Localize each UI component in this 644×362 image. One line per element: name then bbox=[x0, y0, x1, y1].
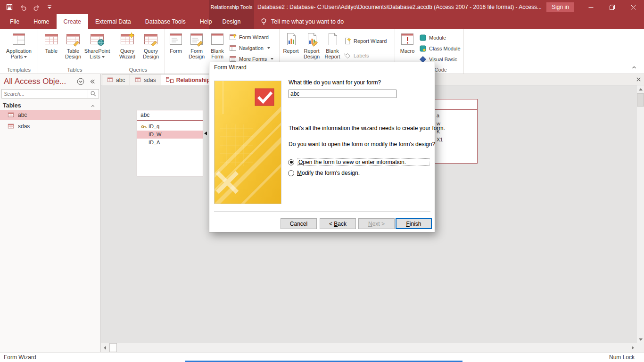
radio-modify-design[interactable]: Modify the form's design. bbox=[288, 169, 360, 177]
vertical-scrollbar[interactable] bbox=[637, 85, 644, 343]
report-button[interactable]: Report bbox=[281, 30, 301, 54]
arrow-down-icon bbox=[639, 338, 643, 341]
save-button[interactable] bbox=[6, 3, 13, 11]
wizard-illustration bbox=[214, 81, 281, 204]
tab-database-tools[interactable]: Database Tools bbox=[138, 14, 193, 29]
blank-report-button[interactable]: Blank Report bbox=[322, 30, 343, 59]
query-design-button[interactable]: Query Design bbox=[140, 30, 162, 59]
nav-menu-button[interactable] bbox=[77, 78, 84, 85]
qat-customize-button[interactable] bbox=[47, 4, 52, 10]
navigation-button[interactable]: Navigation bbox=[229, 43, 270, 53]
dialog-title: Form Wizard bbox=[214, 64, 247, 71]
search-go-button[interactable] bbox=[88, 90, 99, 98]
wizard-info-text: That's all the information the wizard ne… bbox=[289, 125, 447, 132]
arrow-left-icon bbox=[104, 346, 106, 350]
macro-button[interactable]: Macro bbox=[397, 30, 418, 54]
window-title: Database2 : Database- C:\Users\Adityo\Do… bbox=[257, 0, 542, 14]
nav-search-box bbox=[1, 89, 99, 99]
tab-create[interactable]: Create bbox=[57, 14, 89, 29]
query-wizard-button[interactable]: Query Wizard bbox=[116, 30, 139, 59]
form-title-input[interactable] bbox=[289, 90, 396, 98]
field-id-w[interactable]: ID_W bbox=[137, 131, 203, 139]
collapse-ribbon-button[interactable] bbox=[631, 64, 637, 71]
horizontal-scroll-thumb[interactable] bbox=[109, 343, 117, 352]
scroll-down-button[interactable] bbox=[637, 336, 644, 343]
group-label-templates: Templates bbox=[0, 67, 38, 73]
field-id-a[interactable]: ID_A bbox=[137, 139, 203, 147]
scroll-left-button[interactable] bbox=[101, 343, 109, 352]
class-module-icon bbox=[419, 45, 427, 52]
access-window: Relationship Tools Database2 : Database-… bbox=[0, 0, 644, 362]
vertical-scroll-thumb[interactable] bbox=[637, 93, 644, 107]
arrow-up-icon bbox=[639, 88, 643, 90]
navigation-icon bbox=[229, 44, 237, 52]
close-icon bbox=[631, 5, 636, 10]
close-button[interactable] bbox=[623, 0, 644, 14]
table-title[interactable]: abc bbox=[137, 110, 203, 121]
tab-file[interactable]: File bbox=[3, 14, 26, 29]
table-icon bbox=[107, 77, 113, 83]
form-design-button[interactable]: Form Design bbox=[186, 30, 207, 59]
module-button[interactable]: Module bbox=[419, 33, 446, 42]
tell-me-box[interactable]: Tell me what you want to do bbox=[260, 14, 344, 29]
ribbon-group-queries: Query Wizard Query Design Queries bbox=[112, 29, 165, 74]
undo-button[interactable] bbox=[19, 4, 27, 11]
minimize-button[interactable] bbox=[580, 0, 602, 14]
redo-button[interactable] bbox=[33, 4, 41, 11]
finish-button[interactable]: Finish bbox=[396, 218, 432, 229]
relationship-table-abc[interactable]: abc ID_q ID_W ID_A bbox=[137, 110, 203, 176]
nav-section-tables[interactable]: Tables bbox=[0, 101, 100, 110]
dropdown-caret-icon bbox=[102, 56, 105, 58]
relationships-icon bbox=[166, 77, 173, 83]
field-id-q[interactable]: ID_q bbox=[137, 123, 203, 131]
search-input[interactable] bbox=[2, 91, 88, 97]
sharepoint-lists-button[interactable]: SharePoint Lists bbox=[83, 30, 111, 59]
report-design-button[interactable]: Report Design bbox=[301, 30, 322, 59]
table-design-button[interactable]: Table Design bbox=[62, 30, 84, 59]
tab-design[interactable]: Design bbox=[209, 14, 254, 29]
cancel-button[interactable]: Cancel bbox=[281, 218, 317, 229]
redo-icon bbox=[33, 4, 41, 11]
window-controls bbox=[580, 0, 644, 14]
radio-open-form[interactable]: Open the form to view or enter informati… bbox=[288, 158, 429, 166]
horizontal-scrollbar[interactable] bbox=[101, 343, 637, 352]
dropdown-caret-icon bbox=[267, 47, 270, 49]
table-button[interactable]: Table bbox=[41, 30, 62, 54]
contextual-label: Relationship Tools bbox=[209, 0, 254, 14]
nav-section-label: Tables bbox=[3, 101, 21, 110]
application-parts-button[interactable]: Application Parts bbox=[2, 30, 36, 59]
maximize-button[interactable] bbox=[602, 0, 623, 14]
doc-tab-sdas[interactable]: sdas bbox=[130, 74, 161, 85]
dropdown-caret-icon bbox=[271, 58, 273, 60]
class-module-button[interactable]: Class Module bbox=[419, 43, 461, 53]
blank-form-button[interactable]: Blank Form bbox=[207, 30, 228, 59]
form-button[interactable]: Form bbox=[165, 30, 186, 54]
tab-home[interactable]: Home bbox=[26, 14, 56, 29]
nav-item-sdas[interactable]: sdas bbox=[0, 121, 100, 132]
blank-report-icon bbox=[325, 32, 340, 47]
restore-icon bbox=[610, 5, 615, 10]
title-bar: Relationship Tools Database2 : Database-… bbox=[0, 0, 644, 14]
nav-item-abc[interactable]: abc bbox=[0, 110, 100, 120]
sign-in-button[interactable]: Sign in bbox=[546, 2, 574, 12]
radio-unselected-icon bbox=[288, 170, 294, 176]
radio-selected-icon bbox=[288, 159, 294, 165]
close-document-button[interactable] bbox=[636, 76, 642, 82]
tab-external-data[interactable]: External Data bbox=[88, 14, 138, 29]
table-icon bbox=[44, 32, 59, 47]
doc-tab-abc[interactable]: abc bbox=[102, 74, 130, 85]
report-icon bbox=[283, 32, 298, 47]
ribbon-group-templates: Application Parts Templates bbox=[0, 29, 38, 74]
form-wizard-button[interactable]: Form Wizard bbox=[229, 32, 269, 42]
back-button[interactable]: < Back bbox=[320, 218, 356, 229]
scroll-up-button[interactable] bbox=[637, 85, 644, 93]
shutter-bar-close-button[interactable] bbox=[89, 78, 96, 85]
close-icon bbox=[636, 76, 642, 82]
dialog-separator bbox=[214, 211, 430, 213]
scrollbar-corner bbox=[637, 343, 644, 352]
tell-me-label: Tell me what you want to do bbox=[271, 18, 344, 25]
scroll-right-button[interactable] bbox=[629, 343, 637, 352]
save-icon bbox=[6, 3, 13, 11]
report-wizard-button[interactable]: Report Wizard bbox=[344, 36, 387, 46]
relationship-anchor-arrow bbox=[204, 132, 207, 135]
